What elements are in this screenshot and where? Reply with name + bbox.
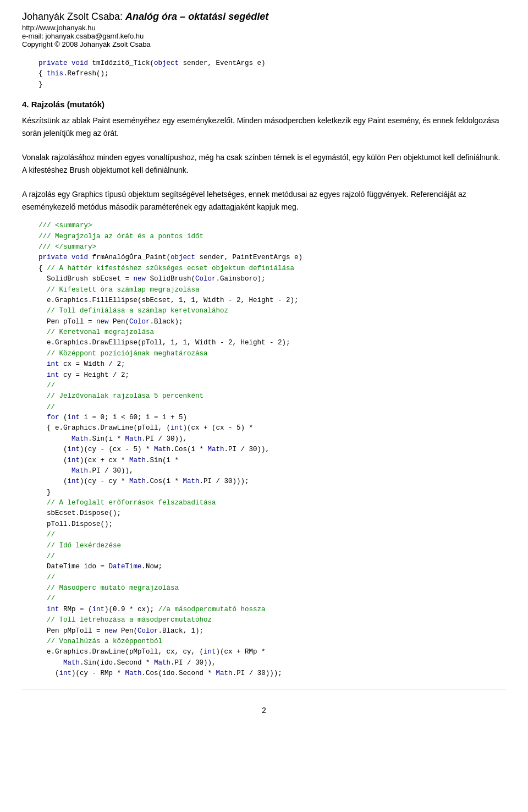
code-line: // A lefoglalt erőforrások felszabadítás… <box>38 498 506 508</box>
code-line: (int)(cy - (cx - 5) * Math.Cos(i * Math.… <box>38 445 506 455</box>
code-line: int cx = Width / 2; <box>38 359 506 370</box>
code-line: // <box>38 573 506 583</box>
code-line: Math.Sin(ido.Second * Math.PI / 30)), <box>38 658 506 668</box>
page-divider <box>22 689 506 689</box>
code-line: pToll.Dispose(); <box>38 519 506 530</box>
code-line: // Toll létrehozása a másodpercmutatóhoz <box>38 615 506 626</box>
code-line: int cy = Height / 2; <box>38 370 506 381</box>
header: Johanyák Zsolt Csaba: Analóg óra – oktat… <box>22 11 506 48</box>
doc-title: Analóg óra – oktatási segédlet <box>125 11 268 22</box>
code-line: e.Graphics.DrawLine(pMpToll, cx, cy, (in… <box>38 647 506 657</box>
code-line: // Másodperc mutató megrajzolása <box>38 583 506 594</box>
code-line: // Keretvonal megrajzolása <box>38 327 506 338</box>
code-line: /// </summary> <box>38 242 506 253</box>
code-line: // <box>38 530 506 540</box>
code-line: { e.Graphics.DrawLine(pToll, (int)(cx + … <box>38 423 506 434</box>
code-line: /// <summary> <box>38 221 506 231</box>
code-line: // Idő lekérdezése <box>38 541 506 551</box>
code-line: DateTime ido = DateTime.Now; <box>38 562 506 572</box>
code-line: } <box>38 487 506 498</box>
code-line: // <box>38 402 506 413</box>
section-4: 4. Rajzolás (mutatók) Készítsünk az abla… <box>22 98 506 213</box>
author-name: Johanyák Zsolt Csaba: <box>22 11 123 22</box>
code-line: // <box>38 551 506 562</box>
code-line: e.Graphics.FillEllipse(sbEcset, 1, 1, Wi… <box>38 295 506 306</box>
page-number: 2 <box>22 706 506 715</box>
code-block-2: /// <summary> /// Megrajzolja az órát és… <box>38 221 506 679</box>
code-line: SolidBrush sbEcset = new SolidBrush(Colo… <box>38 274 506 284</box>
header-url: http://www.johanyak.hu <box>22 24 506 32</box>
header-copyright: Copyright © 2008 Johanyák Zsolt Csaba <box>22 40 506 48</box>
section-para2: Vonalak rajzolásához minden egyes vonalt… <box>22 151 506 176</box>
code-line: // <box>38 381 506 391</box>
code-line: { this.Refresh(); <box>38 69 506 79</box>
code-line: for (int i = 0; i < 60; i = i + 5) <box>38 413 506 423</box>
code-line: e.Graphics.DrawEllipse(pToll, 1, 1, Widt… <box>38 338 506 348</box>
code-line: /// Megrajzolja az órát és a pontos időt <box>38 232 506 242</box>
code-line: Math.Sin(i * Math.PI / 30)), <box>38 434 506 445</box>
code-line: Pen pMpToll = new Pen(Color.Black, 1); <box>38 626 506 637</box>
code-line: // Vonalhúzás a középpontból <box>38 637 506 647</box>
code-line: // Kifestett óra számlap megrajzolása <box>38 285 506 295</box>
code-line: (int)(cy - cy * Math.Cos(i * Math.PI / 3… <box>38 476 506 487</box>
code-line: { // A háttér kifestéshez szükséges ecse… <box>38 264 506 274</box>
code-block-1: private void tmIdőzítő_Tick(object sende… <box>38 58 506 90</box>
header-title: Johanyák Zsolt Csaba: Analóg óra – oktat… <box>22 11 506 23</box>
header-email: e-mail: johanyak.csaba@gamf.kefo.hu <box>22 32 506 40</box>
code-line: private void tmIdőzítő_Tick(object sende… <box>38 58 506 69</box>
section-para3: A rajzolás egy Graphics típusú objektum … <box>22 188 506 213</box>
code-line: sbEcset.Dispose(); <box>38 508 506 519</box>
code-line: } <box>38 80 506 90</box>
code-line: // Jelzővonalak rajzolása 5 percenként <box>38 391 506 402</box>
code-line: (int)(cx + cx * Math.Sin(i * <box>38 456 506 466</box>
code-line: // <box>38 594 506 604</box>
section-para1: Készítsünk az ablak Paint eseményéhez eg… <box>22 114 506 139</box>
code-line: // Toll definiálása a számlap keretvonal… <box>38 306 506 316</box>
code-line: (int)(cy - RMp * Math.Cos(ido.Second * M… <box>38 668 506 679</box>
code-line: // Középpont pozíciójának meghatározása <box>38 349 506 359</box>
code-line: private void frmAnalógÓra_Paint(object s… <box>38 253 506 263</box>
code-line: Pen pToll = new Pen(Color.Black); <box>38 317 506 327</box>
code-line: Math.PI / 30)), <box>38 466 506 476</box>
section-title: 4. Rajzolás (mutatók) <box>22 98 506 111</box>
code-line: int RMp = (int)(0.9 * cx); //a másodperc… <box>38 605 506 615</box>
